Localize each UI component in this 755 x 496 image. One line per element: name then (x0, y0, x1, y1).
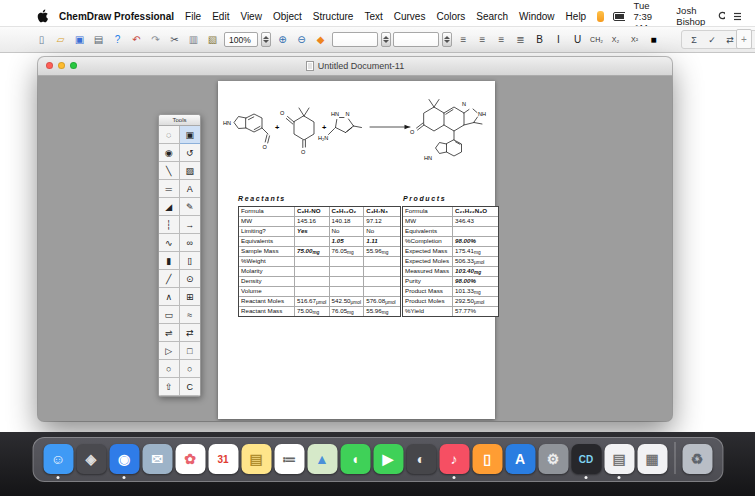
cell-value[interactable]: 506.33μmol (453, 257, 498, 266)
menu-curves[interactable]: Curves (394, 11, 426, 22)
cell-value[interactable] (295, 287, 330, 296)
cell-value[interactable]: 140.18 (330, 217, 365, 226)
tools-palette[interactable]: Tools ◌▣◉↺╲▨═A◢✎┆→∿∞▮[]╱⊙∧⊞▭≈⇌⇄▷□○○⇧C (158, 114, 201, 397)
arrow-tool[interactable]: → (180, 216, 201, 234)
cell-value[interactable]: No (330, 227, 365, 236)
align-right-button[interactable]: ≡ (493, 31, 510, 48)
dock-maps[interactable]: ▲ (307, 444, 337, 474)
menu-app-name[interactable]: ChemDraw Professional (59, 11, 174, 22)
print-button[interactable]: ▤ (90, 31, 107, 48)
cell-value[interactable]: 145.16 (295, 217, 330, 226)
cell-value[interactable]: C₉H₇NO (295, 207, 330, 216)
cell-value[interactable]: 175.41mg (453, 247, 498, 256)
cell-value[interactable] (330, 287, 365, 296)
structure-product[interactable]: O N NH HN (410, 100, 486, 162)
cell-value[interactable]: 55.96mg (364, 247, 399, 256)
menu-view[interactable]: View (240, 11, 262, 22)
cyclopentane-template[interactable]: ○ (159, 360, 180, 378)
cyclohexane-template[interactable]: ○ (180, 360, 201, 378)
pen-tool[interactable]: ✎ (180, 198, 201, 216)
cell-value[interactable]: 76.05mg (330, 247, 365, 256)
cell-value[interactable]: 76.05mg (330, 307, 365, 316)
spotlight-icon[interactable] (718, 11, 725, 22)
cell-value[interactable] (295, 257, 330, 266)
document-canvas[interactable]: HN O + O O + HN N (218, 81, 495, 419)
chemical-symbol-tool[interactable]: ⊙ (180, 270, 201, 288)
square-template[interactable]: □ (180, 342, 201, 360)
lasso-tool[interactable]: ◌ (159, 126, 180, 144)
menu-search[interactable]: Search (476, 11, 508, 22)
cell-value[interactable]: 516.67μmol (295, 297, 330, 306)
help-button[interactable]: ? (109, 31, 126, 48)
size-select[interactable] (393, 32, 439, 47)
close-button[interactable] (46, 62, 53, 69)
dock-finder[interactable]: ☺ (43, 444, 73, 474)
cell-value[interactable]: 75.00mg (295, 247, 330, 256)
cell-value[interactable] (295, 267, 330, 276)
structure-dimedone[interactable]: O O (280, 108, 314, 155)
cell-value[interactable] (330, 257, 365, 266)
align-justify-button[interactable]: ≣ (512, 31, 529, 48)
shape-tool[interactable]: ▭ (159, 306, 180, 324)
zoom-button[interactable] (70, 62, 77, 69)
apple-menu[interactable] (36, 9, 48, 23)
cell-value[interactable]: 103.40mg (453, 267, 498, 276)
analyze-structure-button[interactable]: Σ (686, 32, 702, 47)
battery-icon[interactable] (613, 12, 624, 21)
wavy-bond-tool[interactable]: ∿ (159, 234, 180, 252)
cell-value[interactable]: 576.08μmol (364, 297, 399, 306)
curve-tool[interactable]: ≈ (180, 306, 201, 324)
cell-value[interactable]: 1.05 (330, 237, 365, 246)
align-left-button[interactable]: ≡ (455, 31, 472, 48)
save-button[interactable]: ▣ (71, 31, 88, 48)
italic-button[interactable]: I (550, 31, 567, 48)
dock-messages[interactable]: ◖ (340, 444, 370, 474)
dock-chemdraw[interactable]: CD (571, 444, 601, 474)
cell-value[interactable]: 1.11 (364, 237, 399, 246)
chain-tool[interactable]: ∧ (159, 288, 180, 306)
cell-value[interactable] (295, 237, 330, 246)
cut-button[interactable]: ✂ (166, 31, 183, 48)
menu-text[interactable]: Text (364, 11, 382, 22)
dock-calendar[interactable]: 31 (208, 444, 238, 474)
dock-safari[interactable]: ◉ (109, 444, 139, 474)
dock-system-preferences[interactable]: ⚙ (538, 444, 568, 474)
paste-button[interactable]: ▧ (204, 31, 221, 48)
menu-window[interactable]: Window (519, 11, 555, 22)
color-swatch-button[interactable]: ■ (645, 31, 662, 48)
open-button[interactable]: ▱ (52, 31, 69, 48)
cell-value[interactable] (364, 267, 399, 276)
dock-facetime[interactable]: ▶ (373, 444, 403, 474)
bold-bond-tool[interactable]: ▮ (159, 252, 180, 270)
menu-extra-icon[interactable] (597, 11, 604, 22)
eraser-tool[interactable]: ▨ (180, 162, 201, 180)
equilibrium-arrow-tool[interactable]: ⇌ (159, 324, 180, 342)
zoom-in-button[interactable]: ⊕ (274, 31, 291, 48)
triangle-template[interactable]: ▷ (159, 342, 180, 360)
menu-file[interactable]: File (185, 11, 201, 22)
menu-structure[interactable]: Structure (313, 11, 354, 22)
dock-app-store[interactable]: A (505, 444, 535, 474)
cell-value[interactable] (364, 287, 399, 296)
wedge-bond-tool[interactable]: ◢ (159, 198, 180, 216)
document-proxy-icon[interactable] (306, 61, 314, 71)
dock-books[interactable]: ▯ (472, 444, 502, 474)
cell-value[interactable]: C₂₁H₂₂N₄O (453, 207, 498, 216)
cell-value[interactable]: 57.77% (453, 307, 498, 316)
cell-value[interactable] (295, 277, 330, 286)
dock-photos[interactable]: ✿ (175, 444, 205, 474)
new-document-button[interactable]: ▯ (33, 31, 50, 48)
cell-value[interactable]: 55.96mg (364, 307, 399, 316)
dock-reminders[interactable]: ≔ (274, 444, 304, 474)
zoom-out-button[interactable]: ⊖ (293, 31, 310, 48)
dock-photo-booth[interactable]: ◐ (406, 444, 436, 474)
structure-indole-carbaldehyde[interactable]: HN O (223, 114, 270, 150)
cell-value[interactable]: 101.33mg (453, 287, 498, 296)
cell-value[interactable]: 98.00% (453, 277, 498, 286)
undo-button[interactable]: ↶ (128, 31, 145, 48)
formula-style-button[interactable]: CH₂ (588, 31, 605, 48)
cell-value[interactable] (364, 277, 399, 286)
menu-edit[interactable]: Edit (212, 11, 229, 22)
check-structure-button[interactable]: ✓ (704, 32, 720, 47)
text-tool[interactable]: A (180, 180, 201, 198)
